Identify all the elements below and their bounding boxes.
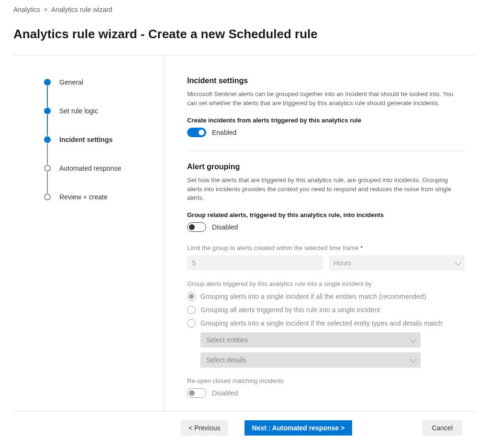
group-related-toggle[interactable] [187, 222, 206, 232]
nav-step-automated-response[interactable]: Automated response [44, 164, 154, 172]
nav-connector [47, 86, 48, 107]
radio-icon [187, 319, 196, 328]
breadcrumb: Analytics > Analytics rule wizard [13, 6, 476, 13]
nav-step-label: General [59, 78, 83, 86]
nav-step-label: Incident settings [59, 136, 112, 143]
chevron-down-icon [455, 259, 461, 266]
wizard-nav: General Set rule logic Incident settings… [13, 55, 164, 411]
step-circle-icon [44, 79, 51, 86]
radio-all-alerts[interactable]: Grouping all alerts triggered by this ru… [187, 306, 471, 314]
limit-value-input[interactable] [187, 255, 323, 271]
incident-settings-heading: Incident settings [187, 76, 471, 85]
radio-entities-match[interactable]: Grouping alerts into a single incident i… [187, 292, 471, 301]
group-related-label: Group related alerts, triggered by this … [187, 211, 471, 219]
alert-grouping-desc: Set how the alerts that are triggered by… [187, 176, 465, 203]
group-related-toggle-state: Disabled [212, 223, 238, 231]
incident-settings-desc: Microsoft Sentinel alerts can be grouped… [187, 90, 465, 108]
radio-icon [187, 292, 196, 301]
nav-step-label: Review + create [59, 193, 108, 201]
step-circle-icon [44, 194, 51, 200]
nav-step-set-rule-logic[interactable]: Set rule logic [44, 107, 154, 115]
limit-timeframe-label: Limit the group to alerts created within… [187, 244, 471, 251]
alert-grouping-heading: Alert grouping [187, 163, 471, 171]
reopen-toggle[interactable] [187, 388, 206, 398]
select-entities-placeholder: Select entities [206, 336, 248, 344]
previous-button[interactable]: < Previous [181, 420, 228, 436]
page-title: Analytics rule wizard - Create a new Sch… [13, 27, 476, 42]
next-button[interactable]: Next : Automated response > [244, 420, 353, 436]
radio-label: Grouping alerts into a single incident i… [200, 319, 444, 327]
required-asterisk: * [360, 244, 363, 251]
radio-icon [187, 306, 196, 314]
wizard-footer: < Previous Next : Automated response > C… [13, 412, 476, 436]
group-by-label: Group alerts triggered by this analytics… [187, 280, 471, 287]
section-divider [187, 151, 465, 151]
reopen-toggle-state: Disabled [212, 389, 238, 397]
nav-step-general[interactable]: General [44, 78, 154, 86]
limit-unit-value: Hours [333, 259, 351, 267]
nav-connector [47, 143, 48, 164]
nav-step-incident-settings[interactable]: Incident settings [44, 136, 154, 143]
cancel-button[interactable]: Cancel [422, 420, 462, 436]
breadcrumb-current: Analytics rule wizard [51, 6, 112, 13]
step-circle-icon [44, 136, 51, 143]
select-details-placeholder: Select details [206, 356, 246, 364]
select-details-dropdown[interactable]: Select details [200, 352, 421, 368]
wizard-main: Incident settings Microsoft Sentinel ale… [164, 55, 476, 411]
reopen-label: Re-open closed matching incidents [187, 377, 471, 384]
limit-timeframe-label-text: Limit the group to alerts created within… [187, 244, 358, 251]
limit-unit-select[interactable]: Hours [329, 255, 465, 271]
toggle-knob-icon [189, 390, 195, 396]
create-incidents-toggle-state: Enabled [212, 129, 236, 136]
create-incidents-label: Create incidents from alerts triggered b… [187, 117, 471, 124]
breadcrumb-root[interactable]: Analytics [13, 6, 40, 13]
create-incidents-toggle[interactable] [187, 128, 206, 137]
nav-connector [47, 115, 48, 136]
radio-label: Grouping alerts into a single incident i… [200, 293, 426, 300]
step-circle-icon [44, 108, 51, 114]
toggle-knob-icon [189, 224, 195, 230]
radio-label: Grouping all alerts triggered by this ru… [200, 306, 380, 314]
nav-step-review-create[interactable]: Review + create [44, 193, 154, 201]
nav-step-label: Automated response [59, 164, 121, 172]
nav-connector [47, 172, 48, 193]
chevron-down-icon [410, 356, 416, 363]
toggle-knob-icon [199, 130, 204, 135]
nav-step-label: Set rule logic [59, 107, 98, 115]
chevron-down-icon [410, 336, 416, 343]
radio-selected-entity-types[interactable]: Grouping alerts into a single incident i… [187, 319, 471, 328]
step-circle-icon [44, 165, 51, 172]
chevron-right-icon: > [44, 6, 47, 13]
select-entities-dropdown[interactable]: Select entities [200, 332, 421, 348]
